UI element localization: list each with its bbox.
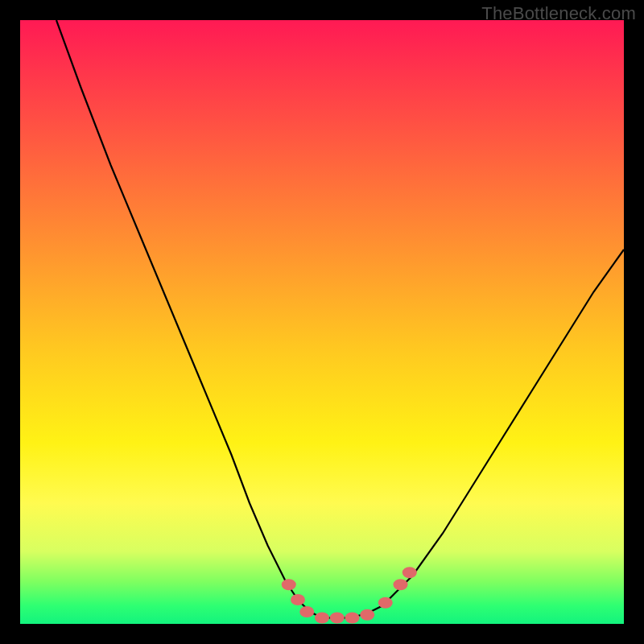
marker-dot	[360, 609, 374, 621]
curve-layer	[20, 20, 624, 624]
marker-dot	[282, 579, 296, 590]
marker-dot	[315, 613, 329, 624]
marker-dot	[299, 606, 314, 617]
watermark-text: TheBottleneck.com	[481, 3, 636, 24]
plot-area	[20, 20, 624, 624]
bottleneck-curve	[56, 20, 624, 618]
marker-dot	[345, 613, 360, 624]
marker-dot	[330, 613, 345, 624]
highlight-dots	[282, 567, 417, 623]
marker-dot	[291, 594, 305, 605]
marker-dot	[402, 567, 417, 578]
chart-frame: TheBottleneck.com	[0, 0, 644, 644]
marker-dot	[378, 597, 393, 609]
marker-dot	[394, 579, 408, 590]
